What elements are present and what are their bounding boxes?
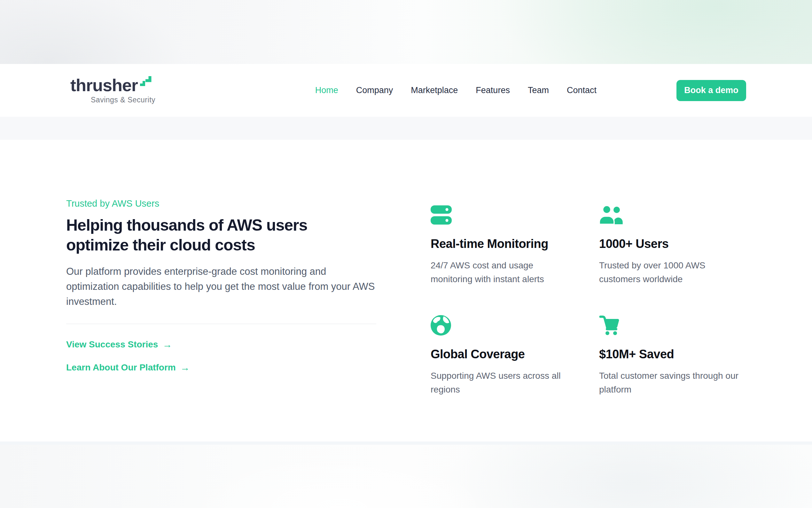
arrow-right-icon: → bbox=[162, 340, 172, 349]
feature-realtime-monitoring: Real-time Monitoring 24/7 AWS cost and u… bbox=[431, 205, 574, 286]
feature-description: Trusted by over 1000 AWS customers world… bbox=[599, 258, 743, 286]
logo-arrow-icon bbox=[139, 74, 152, 88]
feature-grid: Real-time Monitoring 24/7 AWS cost and u… bbox=[431, 205, 743, 396]
main-nav: Home Company Marketplace Features Team C… bbox=[315, 85, 596, 95]
bottom-gradient-band bbox=[0, 441, 812, 508]
hero-description: Our platform provides enterprise-grade c… bbox=[66, 264, 376, 309]
book-demo-button[interactable]: Book a demo bbox=[676, 80, 746, 101]
feature-global-coverage: Global Coverage Supporting AWS users acr… bbox=[431, 315, 574, 396]
feature-title: 1000+ Users bbox=[599, 237, 668, 251]
nav-item-features[interactable]: Features bbox=[476, 85, 510, 95]
logo-row: thrusher bbox=[70, 77, 155, 94]
feature-description: Total customer savings through our platf… bbox=[599, 369, 743, 396]
feature-savings: $10M+ Saved Total customer savings throu… bbox=[599, 315, 743, 396]
feature-users: 1000+ Users Trusted by over 1000 AWS cus… bbox=[599, 205, 743, 286]
site-header: thrusher Savings & Security Home Company… bbox=[0, 64, 812, 117]
feature-title: Global Coverage bbox=[431, 347, 525, 361]
users-icon bbox=[599, 205, 623, 225]
globe-icon bbox=[431, 315, 451, 335]
hero-eyebrow: Trusted by AWS Users bbox=[66, 198, 378, 209]
view-success-stories-link[interactable]: View Success Stories → bbox=[66, 339, 172, 350]
feature-title: $10M+ Saved bbox=[599, 347, 674, 361]
nav-item-home[interactable]: Home bbox=[315, 85, 338, 95]
hero-title-line-1: Helping thousands of AWS users bbox=[66, 215, 378, 235]
hero-text-column: Trusted by AWS Users Helping thousands o… bbox=[66, 198, 378, 373]
landing-page: thrusher Savings & Security Home Company… bbox=[0, 0, 812, 508]
brand-logo[interactable]: thrusher Savings & Security bbox=[70, 77, 155, 104]
link-label: Learn About Our Platform bbox=[66, 363, 176, 373]
top-gradient-band bbox=[0, 0, 812, 64]
nav-item-company[interactable]: Company bbox=[356, 85, 393, 95]
header-sub-strip bbox=[0, 117, 812, 140]
hero-title-line-2: optimize their cloud costs bbox=[66, 235, 378, 255]
section-divider bbox=[66, 324, 376, 324]
feature-description: 24/7 AWS cost and usage monitoring with … bbox=[431, 258, 574, 286]
cart-icon bbox=[599, 315, 620, 335]
arrow-right-icon: → bbox=[180, 363, 190, 372]
nav-item-contact[interactable]: Contact bbox=[567, 85, 596, 95]
hero-links: View Success Stories → Learn About Our P… bbox=[66, 339, 378, 373]
nav-item-marketplace[interactable]: Marketplace bbox=[411, 85, 458, 95]
feature-description: Supporting AWS users across all regions bbox=[431, 369, 574, 396]
hero-section: Trusted by AWS Users Helping thousands o… bbox=[0, 140, 812, 441]
brand-name: thrusher bbox=[70, 77, 138, 94]
hero-title: Helping thousands of AWS users optimize … bbox=[66, 215, 378, 255]
learn-about-platform-link[interactable]: Learn About Our Platform → bbox=[66, 363, 190, 373]
nav-item-team[interactable]: Team bbox=[528, 85, 549, 95]
feature-title: Real-time Monitoring bbox=[431, 237, 548, 251]
link-label: View Success Stories bbox=[66, 339, 158, 350]
brand-tagline: Savings & Security bbox=[91, 96, 155, 104]
server-icon bbox=[431, 205, 452, 225]
